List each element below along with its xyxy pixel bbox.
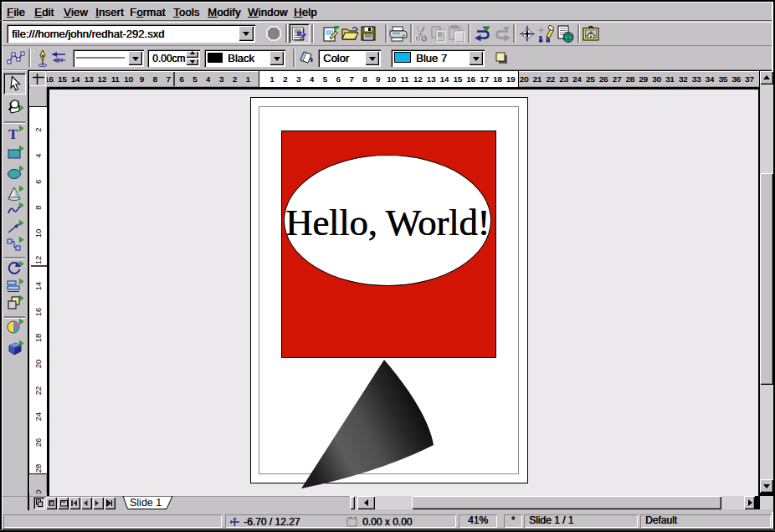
svg-text:T: T [8, 126, 18, 142]
